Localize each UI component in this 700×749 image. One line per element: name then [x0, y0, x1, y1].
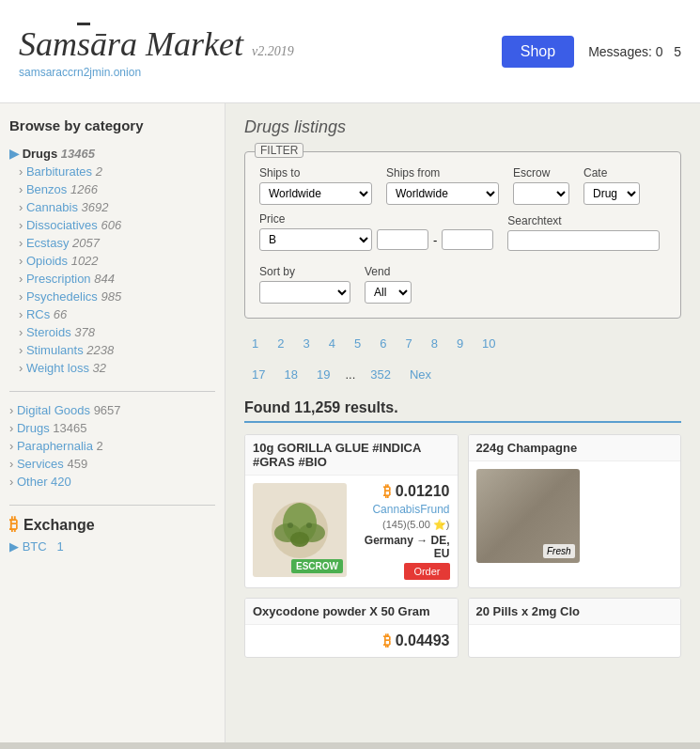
listing-title-3: Oxycodone powder X 50 Gram: [245, 599, 458, 625]
logo-title: Samsāra Market v2.2019: [19, 24, 294, 64]
page-7[interactable]: 7: [397, 333, 419, 354]
page-17[interactable]: 17: [244, 364, 272, 385]
listing-price-1: ₿ 0.01210: [354, 483, 450, 500]
sidebar-item-count: 66: [54, 307, 67, 321]
btc-symbol-3: ₿: [383, 632, 391, 648]
sidebar-item-paraphernalia[interactable]: Paraphernalia 2: [9, 437, 215, 455]
sidebar-item-drugs-2[interactable]: Drugs 13465: [9, 419, 215, 437]
sidebar-item-drugs[interactable]: Drugs 13465: [9, 145, 215, 163]
sidebar-item-count: 9657: [94, 403, 121, 417]
sidebar-item-label: Benzos: [26, 182, 67, 196]
weed-svg: [267, 497, 333, 563]
page-6[interactable]: 6: [372, 333, 394, 354]
sidebar-item-label: Drugs: [23, 147, 58, 161]
main-category-list: Drugs 13465 Barbiturates 2 Benzos 1266 C…: [9, 145, 215, 377]
sidebar-item-steroids[interactable]: Steroids 378: [9, 323, 215, 341]
listing-rating-1: (145)(5.00 ⭐): [354, 519, 450, 531]
sidebar-item-label: Digital Goods: [17, 403, 90, 417]
sidebar-item-label: Barbiturates: [26, 164, 92, 179]
pagination-dots: ...: [341, 365, 359, 384]
messages-count: 0: [656, 44, 663, 59]
order-button-1[interactable]: Order: [404, 563, 449, 580]
browse-title: Browse by category: [9, 117, 215, 133]
sidebar-item-opioids[interactable]: Opioids 1022: [9, 252, 215, 270]
listing-seller-1[interactable]: CannabisFrund: [354, 503, 450, 516]
sidebar-item-label: Other 420: [17, 475, 71, 489]
top-bar: Samsāra Market v2.2019 samsaraccrn2jmin.…: [0, 0, 700, 103]
sidebar-item-count: 606: [101, 218, 121, 232]
price-row: B USD -: [259, 228, 493, 251]
sidebar-item-digital-goods[interactable]: Digital Goods 9657: [9, 401, 215, 419]
price-group: Price B USD -: [259, 212, 493, 251]
sidebar-item-prescription[interactable]: Prescription 844: [9, 270, 215, 288]
messages-link[interactable]: Messages: 0 5: [588, 44, 681, 59]
page-title: Drugs listings: [244, 117, 681, 137]
sidebar-item-services[interactable]: Services 459: [9, 455, 215, 473]
searchtext-input[interactable]: [507, 230, 660, 251]
listing-price-3: ₿ 0.04493: [253, 632, 450, 649]
price-currency-select[interactable]: B USD: [259, 228, 372, 251]
page-2[interactable]: 2: [270, 333, 291, 354]
listing-details-1: ₿ 0.01210 CannabisFrund (145)(5.00 ⭐) Ge…: [354, 483, 450, 580]
page-19[interactable]: 19: [309, 364, 337, 385]
main-content: Drugs listings FILTER Ships to Worldwide…: [226, 103, 700, 742]
sidebar-item-count: 1022: [71, 254, 99, 268]
page-8[interactable]: 8: [424, 333, 445, 354]
category-select[interactable]: Drug All: [583, 182, 640, 205]
ships-from-select[interactable]: Worldwide USA UK EU Germany Australia: [386, 182, 499, 205]
sidebar-item-label: Weight loss: [26, 361, 89, 375]
listing-body-4: [469, 625, 681, 640]
listing-title-4: 20 Pills x 2mg Clo: [469, 599, 681, 625]
searchtext-group: Searchtext: [507, 214, 660, 251]
vendor-select[interactable]: All: [365, 281, 412, 304]
listing-image-1: ESCROW: [253, 483, 347, 577]
pagination-row-2: 17 18 19 ... 352 Nex: [244, 364, 681, 385]
page-5[interactable]: 5: [347, 333, 368, 354]
sidebar-item-label: Drugs: [17, 421, 50, 435]
sidebar-divider-2: [9, 505, 215, 506]
sidebar-item-label: RCs: [26, 307, 50, 321]
page-18[interactable]: 18: [276, 364, 304, 385]
page-10[interactable]: 10: [474, 333, 503, 354]
filter-legend: FILTER: [255, 143, 303, 158]
messages-label: Messages:: [588, 44, 652, 59]
sidebar-item-cannabis[interactable]: Cannabis 3692: [9, 198, 215, 216]
price-max-input[interactable]: [442, 229, 493, 250]
sidebar-item-count: 2057: [72, 236, 100, 250]
listing-card-4: 20 Pills x 2mg Clo: [468, 598, 682, 658]
listing-body-3: ₿ 0.04493: [245, 625, 458, 657]
sidebar-item-label: Stimulants: [26, 343, 84, 357]
sidebar-item-count: 2: [97, 439, 103, 453]
sidebar-item-dissociatives[interactable]: Dissociatives 606: [9, 216, 215, 234]
listing-image-gray-2: Fresh: [476, 469, 580, 563]
page-352[interactable]: 352: [363, 364, 398, 385]
filter-row-1: Ships to Worldwide USA UK EU Germany Aus…: [259, 166, 666, 205]
vendor-group: Vend All: [365, 265, 412, 304]
listing-shipping-1: Germany → DE, EU: [354, 534, 450, 560]
page-4[interactable]: 4: [321, 333, 343, 354]
page-next[interactable]: Nex: [402, 364, 439, 385]
sort-by-select[interactable]: Price ASC Price DESC: [259, 281, 350, 304]
results-heading: Found 11,259 results.: [244, 399, 681, 423]
page-1[interactable]: 1: [244, 333, 266, 354]
sidebar-item-label: Cannabis: [26, 200, 78, 214]
sidebar-item-barbiturates[interactable]: Barbiturates 2: [9, 163, 215, 180]
listings-grid: 10g GORILLA GLUE #INDICA #GRAS #BIO: [244, 434, 681, 658]
logo-url: samsaraccrn2jmin.onion: [19, 66, 294, 79]
sidebar-item-benzos[interactable]: Benzos 1266: [9, 180, 215, 198]
sidebar-item-weight-loss[interactable]: Weight loss 32: [9, 359, 215, 377]
sidebar-item-ecstasy[interactable]: Ecstasy 2057: [9, 234, 215, 252]
sidebar-item-other420[interactable]: Other 420: [9, 473, 215, 491]
sidebar-item-count: 1266: [70, 182, 98, 196]
price-min-input[interactable]: [377, 229, 428, 250]
escrow-select[interactable]: Yes No: [513, 182, 569, 205]
sidebar-item-stimulants[interactable]: Stimulants 2238: [9, 341, 215, 359]
sidebar-item-rcs[interactable]: RCs 66: [9, 305, 215, 323]
sidebar-item-psychedelics[interactable]: Psychedelics 985: [9, 288, 215, 305]
page-9[interactable]: 9: [449, 333, 471, 354]
shop-button[interactable]: Shop: [502, 36, 574, 68]
category-label: Cate: [583, 166, 640, 179]
ships-to-select[interactable]: Worldwide USA UK EU Germany Australia: [259, 182, 372, 205]
page-3[interactable]: 3: [295, 333, 317, 354]
top-right: Shop Messages: 0 5: [502, 36, 681, 68]
